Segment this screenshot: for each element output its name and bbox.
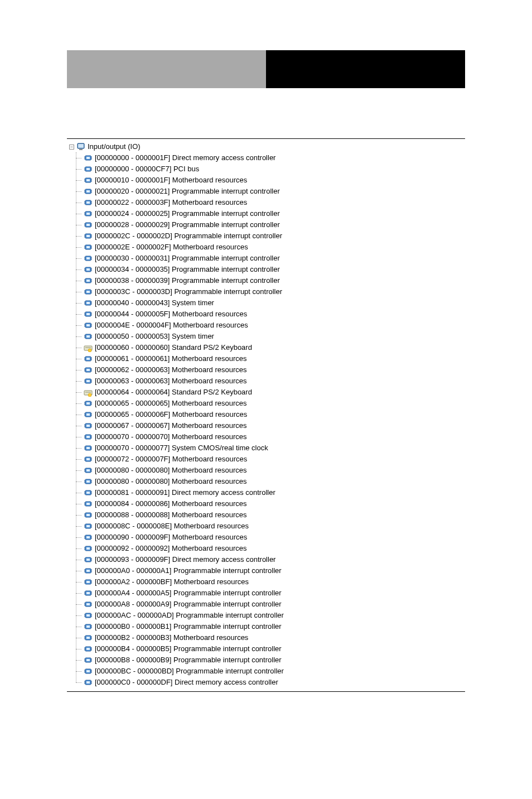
device-name: Motherboard resources xyxy=(172,409,247,420)
chip-icon xyxy=(84,522,93,531)
chip-icon xyxy=(84,410,93,419)
chip-icon xyxy=(84,153,93,162)
chip-icon xyxy=(84,276,93,285)
tree-item[interactable]: [00000034 - 00000035] Programmable inter… xyxy=(81,264,465,275)
tree-item[interactable]: [000000AC - 000000AD] Programmable inter… xyxy=(81,610,465,621)
io-range: [000000C0 - 000000DF] xyxy=(95,677,172,688)
io-range: [00000084 - 00000086] xyxy=(95,498,170,509)
tree-item[interactable]: [00000000 - 00000CF7] PCI bus xyxy=(81,163,465,175)
io-range: [00000050 - 00000053] xyxy=(95,331,170,342)
chip-icon xyxy=(84,332,93,341)
io-range: [000000A4 - 000000A5] xyxy=(95,588,171,599)
tree-item[interactable]: [00000070 - 00000070] Motherboard resour… xyxy=(81,431,465,442)
chip-icon xyxy=(84,600,93,609)
device-name: System CMOS/real time clock xyxy=(172,442,268,454)
tree-item[interactable]: [00000030 - 00000031] Programmable inter… xyxy=(81,253,465,264)
collapse-icon[interactable]: − xyxy=(69,145,74,150)
tree-item[interactable]: [00000080 - 00000080] Motherboard resour… xyxy=(81,465,465,476)
tree-item[interactable]: [0000002C - 0000002D] Programmable inter… xyxy=(81,230,465,242)
chip-icon xyxy=(84,287,93,296)
tree-item[interactable]: [000000C0 - 000000DF] Direct memory acce… xyxy=(81,677,465,688)
chip-icon xyxy=(84,533,93,542)
io-range: [000000A0 - 000000A1] xyxy=(95,565,171,576)
device-name: Direct memory access controller xyxy=(172,487,275,498)
chip-icon xyxy=(84,577,93,586)
tree-item[interactable]: [00000062 - 00000063] Motherboard resour… xyxy=(81,364,465,376)
chip-icon xyxy=(84,455,93,464)
device-name: Standard PS/2 Keyboard xyxy=(172,387,252,398)
tree-item[interactable]: [00000065 - 00000065] Motherboard resour… xyxy=(81,398,465,409)
io-range: [00000022 - 0000003F] xyxy=(95,197,170,208)
device-name: Programmable interrupt controller xyxy=(173,654,282,666)
tree-item[interactable]: [00000010 - 0000001F] Motherboard resour… xyxy=(81,175,465,186)
device-name: Motherboard resources xyxy=(172,498,246,509)
tree-item[interactable]: [000000A2 - 000000BF] Motherboard resour… xyxy=(81,576,465,588)
device-name: Motherboard resources xyxy=(172,376,246,387)
tree-item[interactable]: [000000B4 - 000000B5] Programmable inter… xyxy=(81,643,465,654)
tree-item[interactable]: [00000088 - 00000088] Motherboard resour… xyxy=(81,509,465,521)
tree-item[interactable]: [0000002E - 0000002F] Motherboard resour… xyxy=(81,242,465,253)
device-name: Programmable interrupt controller xyxy=(172,275,280,286)
device-name: Motherboard resources xyxy=(172,476,246,487)
io-range: [000000AC - 000000AD] xyxy=(95,610,174,621)
device-tree-panel: − Input/output (IO) [00000000 - 0000001F… xyxy=(67,138,465,692)
tree-item[interactable]: [000000B2 - 000000B3] Motherboard resour… xyxy=(81,632,465,643)
io-range: [00000063 - 00000063] xyxy=(95,376,170,387)
tree-item[interactable]: [00000028 - 00000029] Programmable inter… xyxy=(81,219,465,230)
io-range: [00000040 - 00000043] xyxy=(95,297,170,309)
device-name: Programmable interrupt controller xyxy=(173,621,282,632)
header-left-panel xyxy=(67,50,266,88)
device-name: Direct memory access controller xyxy=(172,152,276,163)
tree-item[interactable]: [000000A8 - 000000A9] Programmable inter… xyxy=(81,599,465,610)
tree-item[interactable]: [00000072 - 0000007F] Motherboard resour… xyxy=(81,454,465,465)
chip-icon xyxy=(84,544,93,553)
device-name: Motherboard resources xyxy=(174,521,249,532)
device-name: Motherboard resources xyxy=(172,175,247,186)
tree-item[interactable]: [000000A0 - 000000A1] Programmable inter… xyxy=(81,565,465,576)
chip-icon xyxy=(84,365,93,374)
tree-item[interactable]: [00000050 - 00000053] System timer xyxy=(81,331,465,342)
device-name: Motherboard resources xyxy=(172,543,246,554)
tree-item[interactable]: [000000B8 - 000000B9] Programmable inter… xyxy=(81,654,465,666)
device-name: Motherboard resources xyxy=(172,197,247,208)
tree-item[interactable]: [00000080 - 00000080] Motherboard resour… xyxy=(81,476,465,487)
device-name: Direct memory access controller xyxy=(172,554,276,565)
tree-item[interactable]: [00000065 - 0000006F] Motherboard resour… xyxy=(81,409,465,420)
tree-item[interactable]: [00000000 - 0000001F] Direct memory acce… xyxy=(81,152,465,163)
tree-item[interactable]: [000000BC - 000000BD] Programmable inter… xyxy=(81,666,465,677)
io-range: [000000B4 - 000000B5] xyxy=(95,643,171,654)
tree-item[interactable]: [00000022 - 0000003F] Motherboard resour… xyxy=(81,197,465,208)
tree-root-io[interactable]: − Input/output (IO) xyxy=(67,141,465,152)
tree-item[interactable]: [00000081 - 00000091] Direct memory acce… xyxy=(81,487,465,498)
tree-item[interactable]: [000000A4 - 000000A5] Programmable inter… xyxy=(81,588,465,599)
tree-item[interactable]: [00000063 - 00000063] Motherboard resour… xyxy=(81,376,465,387)
io-range: [0000004E - 0000004F] xyxy=(95,320,171,331)
tree-item[interactable]: [0000004E - 0000004F] Motherboard resour… xyxy=(81,320,465,331)
device-name: Programmable interrupt controller xyxy=(172,186,280,197)
chip-icon xyxy=(84,176,93,185)
chip-icon xyxy=(84,667,93,676)
tree-item[interactable]: [00000084 - 00000086] Motherboard resour… xyxy=(81,498,465,509)
tree-item[interactable]: [00000090 - 0000009F] Motherboard resour… xyxy=(81,532,465,543)
chip-icon xyxy=(84,198,93,207)
tree-item[interactable]: [00000061 - 00000061] Motherboard resour… xyxy=(81,353,465,364)
tree-item[interactable]: [00000024 - 00000025] Programmable inter… xyxy=(81,208,465,219)
io-range: [00000024 - 00000025] xyxy=(95,208,170,219)
chip-icon xyxy=(84,656,93,665)
tree-item[interactable]: [00000070 - 00000077] System CMOS/real t… xyxy=(81,442,465,454)
tree-item[interactable]: [00000040 - 00000043] System timer xyxy=(81,297,465,309)
tree-item[interactable]: [0000003C - 0000003D] Programmable inter… xyxy=(81,286,465,297)
tree-item[interactable]: [00000067 - 00000067] Motherboard resour… xyxy=(81,420,465,431)
chip-icon xyxy=(84,421,93,430)
tree-item[interactable]: [00000092 - 00000092] Motherboard resour… xyxy=(81,543,465,554)
tree-item[interactable]: [000000B0 - 000000B1] Programmable inter… xyxy=(81,621,465,632)
io-range: [00000090 - 0000009F] xyxy=(95,532,170,543)
tree-item[interactable]: [00000093 - 0000009F] Direct memory acce… xyxy=(81,554,465,565)
tree-item[interactable]: [00000044 - 0000005F] Motherboard resour… xyxy=(81,309,465,320)
tree-item[interactable]: [00000020 - 00000021] Programmable inter… xyxy=(81,186,465,197)
tree-item[interactable]: [00000064 - 00000064] Standard PS/2 Keyb… xyxy=(81,387,465,398)
tree-item[interactable]: [00000038 - 00000039] Programmable inter… xyxy=(81,275,465,286)
tree-item[interactable]: [00000060 - 00000060] Standard PS/2 Keyb… xyxy=(81,342,465,353)
io-range: [00000070 - 00000070] xyxy=(95,431,170,442)
tree-item[interactable]: [0000008C - 0000008E] Motherboard resour… xyxy=(81,521,465,532)
